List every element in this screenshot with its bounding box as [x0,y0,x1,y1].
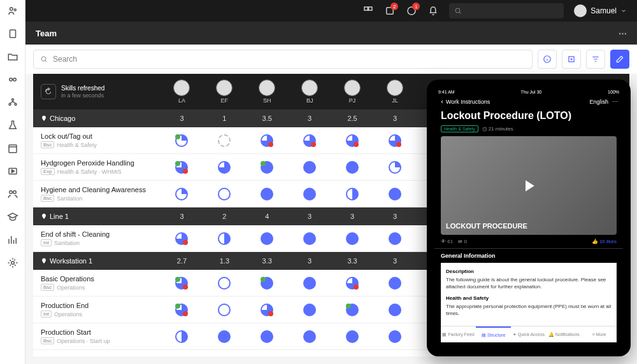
nav-people-icon[interactable] [7,188,18,200]
language-select[interactable]: English [589,99,608,105]
skill-cell[interactable] [246,188,289,200]
titlebar: Team ⋯ [25,22,637,45]
skill-cell[interactable] [161,330,203,343]
search-placeholder: Search [53,55,77,64]
skill-cell[interactable] [203,330,246,343]
skill-cell[interactable] [161,232,203,245]
more-icon[interactable]: ⋯ [619,29,627,38]
skill-cell[interactable] [246,134,289,147]
tablet-tab[interactable]: ✦Quick Access [511,326,546,342]
edit-button[interactable] [610,50,629,69]
nav-chart-icon[interactable] [7,234,18,246]
clock-icon [482,127,487,132]
tablet-tab[interactable]: ▤Structure [476,326,511,342]
alert-icon[interactable]: 2 [384,5,396,17]
nav-cal-icon[interactable] [7,143,18,154]
skill-cell[interactable] [331,188,374,200]
svg-rect-8 [9,145,17,153]
skill-cell[interactable] [161,161,203,174]
column-header[interactable]: BJ [289,80,331,104]
bell-icon[interactable] [427,5,439,17]
tablet-tab[interactable]: ▦Factory Feed [441,326,476,342]
column-header[interactable]: SH [246,80,289,104]
topbar-search[interactable] [449,3,564,18]
likes-button[interactable]: 👍 16 likes [592,239,617,244]
skill-cell[interactable] [289,161,331,174]
skill-cell[interactable] [289,188,331,200]
video-caption: LOCKOUT PROCEDURE [446,222,527,230]
board-icon[interactable] [362,5,374,17]
skill-cell[interactable] [203,161,246,174]
nav-gear-icon[interactable] [7,257,18,269]
skill-cell[interactable] [203,232,246,245]
svg-point-6 [9,104,11,106]
skill-cell[interactable] [161,304,203,316]
skill-cell[interactable] [374,134,417,147]
svg-point-4 [13,78,16,81]
group-value: 3 [289,257,331,265]
video-player[interactable]: LOCKOUT PROCEDURE [441,136,617,235]
skill-cell[interactable] [374,232,417,245]
nav-link-icon[interactable] [7,74,18,85]
activity-icon[interactable]: 1 [406,5,417,17]
skill-cell[interactable] [161,188,203,200]
avatar [344,80,361,96]
skill-cell[interactable] [289,134,331,147]
svg-rect-13 [364,7,368,10]
skill-cell[interactable] [289,330,331,343]
svg-point-10 [9,191,12,194]
group-value: 3 [374,213,417,220]
skill-cell[interactable] [374,330,417,343]
skill-cell[interactable] [246,304,289,316]
skill-cell[interactable] [161,277,203,290]
skill-cell[interactable] [203,277,246,290]
skill-cell[interactable] [246,277,289,290]
level-tag: Bsc [41,195,54,202]
column-header[interactable]: LA [161,80,203,104]
avatar [173,80,190,96]
skill-cell[interactable] [203,188,246,200]
skill-cell[interactable] [374,188,417,200]
skill-cell[interactable] [246,161,289,174]
skill-cell[interactable] [331,304,374,316]
filter-button[interactable] [586,50,605,69]
nav-flask-icon[interactable] [7,120,18,131]
skill-cell[interactable] [331,161,374,174]
group-value: 2 [203,213,246,220]
back-button[interactable]: Work Instructions [440,99,490,105]
export-button[interactable] [562,50,581,69]
column-header[interactable]: PJ [331,80,374,104]
skill-cell[interactable] [203,304,246,316]
nav-cap-icon[interactable] [7,211,18,223]
nav-folder-icon[interactable] [7,51,18,62]
nav-video-icon[interactable] [7,165,18,177]
skill-cell[interactable] [331,330,374,343]
skill-cell[interactable] [203,134,246,147]
column-header[interactable]: EF [203,80,246,104]
nav-org-icon[interactable] [7,97,18,108]
skill-cell[interactable] [289,277,331,290]
refresh-icon[interactable] [41,84,56,99]
skill-cell[interactable] [374,304,417,316]
skill-cell[interactable] [331,232,374,245]
info-button[interactable] [538,50,557,69]
level-tag: Bsc [41,337,54,344]
tablet-tab[interactable]: 🔔Notifications [547,326,582,342]
svg-point-18 [41,57,46,61]
skill-cell[interactable] [289,304,331,316]
search-input[interactable]: Search [33,50,533,69]
skill-cell[interactable] [246,330,289,343]
user-menu[interactable]: Samuel [574,4,627,17]
more-icon[interactable]: ⋯ [612,99,618,105]
skill-cell[interactable] [246,232,289,245]
skill-cell[interactable] [374,161,417,174]
skill-cell[interactable] [289,232,331,245]
skill-cell[interactable] [161,134,203,147]
nav-doc-icon[interactable] [7,28,18,39]
skill-cell[interactable] [331,134,374,147]
skill-cell[interactable] [331,277,374,290]
tablet-tab[interactable]: ≡More [582,326,617,342]
skill-cell[interactable] [374,277,417,290]
column-header[interactable]: JL [374,80,417,104]
status-bar: 9:41 AM Thu Jul 30 100% [434,87,623,96]
